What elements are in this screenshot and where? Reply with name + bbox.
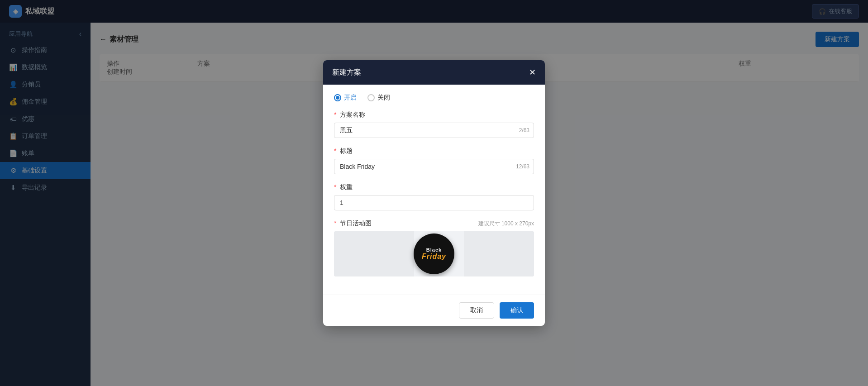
radio-on[interactable]: 开启 bbox=[334, 94, 357, 102]
image-label-row: * 节日活动图 建议尺寸 1000 x 270px bbox=[334, 219, 534, 228]
radio-off-label: 关闭 bbox=[377, 94, 390, 102]
weight-input[interactable] bbox=[334, 195, 534, 210]
required-mark-2: * bbox=[334, 147, 336, 154]
modal-footer: 取消 确认 bbox=[323, 295, 545, 326]
plan-name-char-count: 2/63 bbox=[519, 127, 529, 133]
modal-overlay: 新建方案 ✕ 开启 关闭 * 方案名称 bbox=[0, 0, 868, 386]
plan-name-input[interactable] bbox=[334, 123, 534, 138]
image-label: * 节日活动图 bbox=[334, 219, 372, 228]
image-hint: 建议尺寸 1000 x 270px bbox=[478, 220, 534, 228]
weight-field: * 权重 bbox=[334, 183, 534, 210]
image-left-placeholder bbox=[334, 231, 414, 276]
radio-off[interactable]: 关闭 bbox=[367, 94, 390, 102]
cancel-button[interactable]: 取消 bbox=[459, 302, 494, 319]
plan-name-label: * 方案名称 bbox=[334, 111, 534, 119]
confirm-button[interactable]: 确认 bbox=[500, 302, 534, 319]
modal-header: 新建方案 ✕ bbox=[323, 60, 545, 85]
image-field: * 节日活动图 建议尺寸 1000 x 270px Black Friday bbox=[334, 219, 534, 276]
status-radio-group: 开启 关闭 bbox=[334, 94, 534, 102]
required-mark-4: * bbox=[334, 219, 336, 227]
black-friday-text-friday: Friday bbox=[422, 253, 446, 261]
plan-name-field: * 方案名称 2/63 bbox=[334, 111, 534, 138]
title-label: * 标题 bbox=[334, 147, 534, 155]
required-mark-3: * bbox=[334, 183, 336, 191]
modal-title: 新建方案 bbox=[332, 68, 361, 77]
modal-close-button[interactable]: ✕ bbox=[529, 67, 536, 77]
required-mark: * bbox=[334, 111, 336, 118]
weight-wrapper bbox=[334, 195, 534, 210]
radio-off-circle bbox=[367, 94, 375, 101]
plan-name-wrapper: 2/63 bbox=[334, 123, 534, 138]
radio-on-label: 开启 bbox=[344, 94, 357, 102]
modal-body: 开启 关闭 * 方案名称 2/63 bbox=[323, 85, 545, 295]
radio-on-circle bbox=[334, 94, 341, 101]
black-friday-badge: Black Friday bbox=[414, 234, 454, 274]
weight-label: * 权重 bbox=[334, 183, 534, 191]
image-upload-area[interactable]: Black Friday bbox=[334, 231, 534, 276]
title-char-count: 12/63 bbox=[516, 163, 529, 170]
black-friday-text-black: Black bbox=[426, 247, 442, 253]
modal-dialog: 新建方案 ✕ 开启 关闭 * 方案名称 bbox=[323, 60, 545, 326]
title-input[interactable] bbox=[334, 159, 534, 174]
title-field: * 标题 12/63 bbox=[334, 147, 534, 174]
title-wrapper: 12/63 bbox=[334, 159, 534, 174]
image-right-placeholder bbox=[464, 231, 534, 276]
